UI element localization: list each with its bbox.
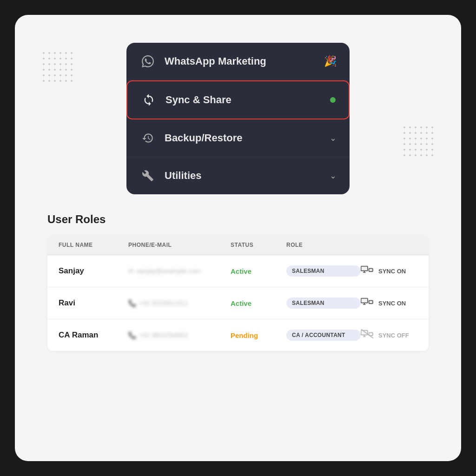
sync-share-label: Sync & Share (165, 94, 330, 106)
sync-icon (140, 92, 157, 108)
table-row: Sanjay ✉ sanjay@example.com Active SALES… (47, 255, 429, 287)
user-contact-ravi: 📞 +91 9333911911 (128, 299, 231, 307)
svg-rect-3 (370, 269, 372, 271)
svg-rect-7 (362, 299, 367, 303)
col-phone-email: PHONE/E-MAIL (128, 242, 231, 248)
col-full-name: FULL NAME (59, 242, 128, 248)
party-emoji: 🎉 (324, 55, 337, 67)
menu-item-backup-restore[interactable]: Backup/Restore ⌄ (126, 119, 350, 157)
col-action (361, 242, 417, 248)
table-row: CA Raman 📞 +91 9632264953 Pending CA / A… (47, 319, 429, 351)
email-icon: ✉ (128, 267, 134, 275)
user-role-caraman: CA / ACCOUNTANT (286, 330, 361, 341)
svg-rect-9 (370, 301, 372, 303)
table-row: Ravi 📞 +91 9333911911 Active SALESMAN (47, 287, 429, 319)
whatsapp-icon (139, 53, 156, 70)
wrench-icon (139, 167, 156, 184)
menu-item-sync-share[interactable]: Sync & Share (126, 80, 350, 119)
svg-rect-16 (364, 335, 365, 336)
sync-control-caraman[interactable]: SYNC OFF (361, 329, 417, 342)
sync-on-icon (361, 264, 374, 278)
sync-off-label-caraman: SYNC OFF (378, 332, 409, 339)
phone-icon-caraman: 📞 (128, 331, 136, 339)
sync-off-icon (361, 329, 374, 342)
svg-rect-11 (363, 304, 366, 305)
main-card: WhatsApp Marketing 🎉 Sync & Share Backup… (15, 15, 461, 461)
table-header: FULL NAME PHONE/E-MAIL STATUS ROLE (47, 235, 429, 255)
menu-item-utilities[interactable]: Utilities ⌄ (126, 157, 350, 194)
phone-icon: 📞 (128, 299, 136, 307)
user-name-sanjay: Sanjay (59, 266, 128, 276)
backup-icon (139, 130, 156, 146)
user-role-sanjay: SALESMAN (286, 265, 361, 277)
user-status-caraman: Pending (231, 331, 286, 339)
user-contact-caraman: 📞 +91 9632264953 (128, 331, 231, 339)
col-status: STATUS (231, 242, 286, 248)
user-status-sanjay: Active (231, 267, 286, 275)
col-role: ROLE (286, 242, 361, 248)
sync-control-ravi[interactable]: SYNC ON (361, 297, 417, 310)
svg-rect-15 (370, 333, 372, 335)
user-role-ravi: SALESMAN (286, 298, 361, 309)
sync-on-label-ravi: SYNC ON (378, 300, 406, 307)
user-status-ravi: Active (231, 299, 286, 307)
sync-on-label-sanjay: SYNC ON (378, 268, 406, 275)
backup-restore-label: Backup/Restore (165, 132, 324, 144)
dot-decoration-right (403, 126, 433, 156)
svg-rect-5 (363, 272, 366, 273)
svg-rect-1 (362, 267, 367, 271)
menu-item-whatsapp-marketing[interactable]: WhatsApp Marketing 🎉 (126, 43, 350, 80)
whatsapp-marketing-label: WhatsApp Marketing (165, 55, 320, 67)
navigation-menu: WhatsApp Marketing 🎉 Sync & Share Backup… (126, 43, 350, 194)
svg-rect-17 (363, 336, 366, 337)
utilities-chevron-icon: ⌄ (330, 171, 337, 181)
dot-decoration-left (43, 52, 73, 82)
svg-rect-4 (364, 271, 365, 272)
backup-chevron-icon: ⌄ (330, 133, 337, 143)
user-roles-title: User Roles (47, 213, 429, 226)
user-contact-sanjay: ✉ sanjay@example.com (128, 267, 231, 275)
svg-rect-10 (364, 303, 365, 304)
user-name-caraman: CA Raman (59, 331, 128, 340)
user-roles-table: FULL NAME PHONE/E-MAIL STATUS ROLE Sanja… (47, 235, 429, 351)
active-dot-indicator (330, 97, 336, 103)
utilities-label: Utilities (165, 170, 324, 182)
sync-control-sanjay[interactable]: SYNC ON (361, 264, 417, 278)
sync-on-icon-ravi (361, 297, 374, 310)
user-name-ravi: Ravi (59, 298, 128, 308)
